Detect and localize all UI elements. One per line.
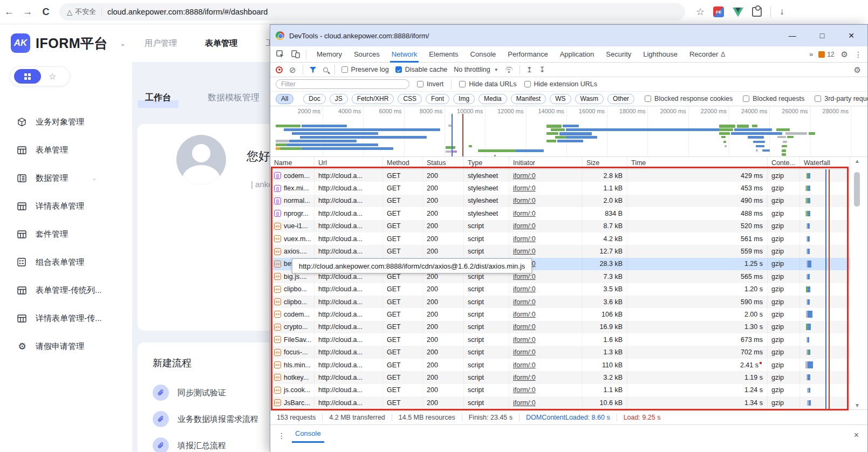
disable-cache-box[interactable] bbox=[395, 66, 402, 73]
filter-input[interactable] bbox=[276, 79, 409, 89]
column-header-name[interactable]: Name bbox=[270, 157, 315, 169]
ak-logo[interactable]: AK bbox=[11, 33, 30, 53]
column-header-type[interactable]: Type bbox=[464, 157, 509, 169]
preserve-log-checkbox[interactable]: Preserve log bbox=[341, 66, 389, 73]
hide-extension-urls-checkbox[interactable]: Hide extension URLs bbox=[524, 80, 597, 88]
initiator-link[interactable]: iform/:0 bbox=[513, 323, 536, 331]
vue-devtools-extension-icon[interactable] bbox=[733, 8, 743, 17]
sidebar-item-数据管理[interactable]: 数据管理⌄ bbox=[0, 164, 132, 192]
tab-security[interactable]: Security bbox=[600, 46, 637, 63]
record-button[interactable] bbox=[276, 66, 283, 73]
drawer-close-icon[interactable]: × bbox=[854, 430, 859, 440]
column-header-waterfall[interactable]: Waterfall bbox=[800, 157, 850, 169]
chip-img[interactable]: Img bbox=[453, 94, 475, 104]
scroll-up-icon[interactable]: ▲ bbox=[855, 158, 860, 164]
initiator-link[interactable]: iform/:0 bbox=[513, 298, 536, 306]
initiator-link[interactable]: iform/:0 bbox=[513, 399, 536, 407]
chip-all[interactable]: All bbox=[276, 94, 293, 104]
checkbox-3rd-party-requests[interactable]: 3rd-party requests bbox=[815, 95, 868, 102]
device-toolbar-icon[interactable] bbox=[290, 49, 302, 60]
preserve-log-box[interactable] bbox=[341, 66, 348, 73]
initiator-link[interactable]: iform/:0 bbox=[513, 361, 536, 369]
forward-icon[interactable]: → bbox=[18, 6, 37, 18]
tab-elements[interactable]: Elements bbox=[423, 46, 464, 63]
fe-extension-icon[interactable]: FE bbox=[713, 6, 724, 17]
sidebar-item-套件管理[interactable]: 套件管理 bbox=[0, 220, 132, 248]
invert-checkbox[interactable]: Invert bbox=[417, 80, 443, 88]
hide-data-urls-checkbox[interactable]: Hide data URLs bbox=[459, 80, 516, 88]
chip-doc[interactable]: Doc bbox=[303, 94, 325, 104]
table-row[interactable]: <>js.cook...http://cloud.a...GET200scrip… bbox=[270, 384, 850, 396]
close-button[interactable]: ✕ bbox=[848, 31, 855, 40]
tab-工作台[interactable]: 工作台 bbox=[138, 88, 179, 108]
sidebar-item-组合表单管理[interactable]: 组合表单管理 bbox=[0, 248, 132, 276]
nav-item-表单管理[interactable]: 表单管理 bbox=[205, 38, 237, 49]
initiator-link[interactable]: iform/:0 bbox=[513, 184, 536, 192]
checkbox-box[interactable] bbox=[815, 95, 821, 102]
table-row[interactable]: <>crypto...http://cloud.a...GET200script… bbox=[270, 321, 850, 333]
column-header-conte[interactable]: Conte... bbox=[768, 157, 800, 169]
table-row[interactable]: {}codem...http://cloud.a...GET200stylesh… bbox=[270, 169, 850, 182]
tab-console[interactable]: Console bbox=[464, 46, 502, 63]
table-row[interactable]: <>FileSav...http://cloud.a...GET200scrip… bbox=[270, 333, 850, 346]
chip-js[interactable]: JS bbox=[330, 94, 348, 104]
drawer-menu-icon[interactable]: ⋮ bbox=[278, 432, 285, 440]
search-icon[interactable] bbox=[323, 67, 328, 72]
tab-performance[interactable]: Performance bbox=[502, 46, 553, 63]
tab-数据模板管理[interactable]: 数据模板管理 bbox=[200, 88, 267, 108]
initiator-link[interactable]: iform/:0 bbox=[513, 273, 536, 280]
view-toggle-pill[interactable]: ☆ bbox=[10, 66, 70, 86]
address-bar[interactable]: △ 不安全 cloud.ankepower.com:8888/iform/#/d… bbox=[59, 3, 685, 20]
initiator-link[interactable]: iform/:0 bbox=[513, 348, 536, 356]
reload-icon[interactable]: C bbox=[37, 6, 55, 18]
tab-console-drawer[interactable]: Console bbox=[292, 429, 324, 443]
sidebar-item-业务对象管理[interactable]: 业务对象管理 bbox=[0, 108, 132, 136]
scrollbar-thumb[interactable] bbox=[854, 172, 860, 207]
network-conditions-icon[interactable] bbox=[505, 67, 513, 73]
settings-gear-icon[interactable]: ⚙ bbox=[841, 50, 848, 59]
filter-funnel-icon[interactable] bbox=[310, 67, 317, 73]
table-row[interactable]: <>vue-i1...http://cloud.a...GET200script… bbox=[270, 220, 850, 232]
nav-item-用户管理[interactable]: 用户管理 bbox=[145, 38, 177, 49]
back-icon[interactable]: ← bbox=[0, 6, 18, 18]
initiator-link[interactable]: iform/:0 bbox=[513, 248, 536, 255]
tab-sources[interactable]: Sources bbox=[348, 46, 386, 63]
url-text[interactable]: cloud.ankepower.com:8888/iform/#/dashboa… bbox=[107, 8, 268, 16]
column-header-method[interactable]: Method bbox=[383, 157, 423, 169]
checkbox-box[interactable] bbox=[645, 95, 651, 102]
tab-network[interactable]: Network bbox=[386, 46, 423, 63]
export-har-icon[interactable]: ↧ bbox=[539, 65, 545, 74]
initiator-link[interactable]: iform/:0 bbox=[513, 311, 536, 318]
chip-ws[interactable]: WS bbox=[550, 94, 571, 104]
chip-css[interactable]: CSS bbox=[398, 94, 422, 104]
initiator-link[interactable]: iform/:0 bbox=[513, 235, 536, 243]
brand-chevron-icon[interactable]: ⌄ bbox=[120, 39, 126, 47]
import-har-icon[interactable]: ↥ bbox=[527, 65, 533, 74]
initiator-link[interactable]: iform/:0 bbox=[513, 374, 536, 381]
tab-recorder[interactable]: RecorderΔ bbox=[684, 46, 731, 63]
column-header-size[interactable]: Size bbox=[583, 157, 627, 169]
table-row[interactable]: {}normal...http://cloud.a...GET200styles… bbox=[270, 195, 850, 207]
extensions-puzzle-icon[interactable] bbox=[752, 7, 762, 17]
table-row[interactable]: {}nprogr...http://cloud.a...GET200styles… bbox=[270, 207, 850, 220]
tab-application[interactable]: Application bbox=[554, 46, 600, 63]
throttling-dropdown[interactable]: No throttling ▼ bbox=[454, 66, 498, 73]
flow-item-同步测试验证[interactable]: 同步测试验证 bbox=[153, 385, 258, 401]
table-row[interactable]: <>hotkey...http://cloud.a...GET200script… bbox=[270, 371, 850, 383]
sidebar-item-详情表单管理[interactable]: 详情表单管理 bbox=[0, 192, 132, 220]
table-row[interactable]: <>clipbo...http://cloud.a...GET200script… bbox=[270, 296, 850, 308]
network-settings-gear-icon[interactable]: ⚙ bbox=[854, 65, 861, 75]
table-row[interactable]: {}flex.mi...http://cloud.a...GET200style… bbox=[270, 182, 850, 194]
table-row[interactable]: <>clipbo...http://cloud.a...GET200script… bbox=[270, 283, 850, 296]
inspect-element-icon[interactable] bbox=[275, 49, 286, 60]
favorites-star-icon[interactable]: ☆ bbox=[49, 71, 56, 81]
devtools-titlebar[interactable]: DevTools - cloud.ankepower.com:8888/ifor… bbox=[270, 25, 867, 46]
sidebar-item-表单管理[interactable]: 表单管理 bbox=[0, 136, 132, 164]
column-header-url[interactable]: Url bbox=[315, 157, 383, 169]
chip-manifest[interactable]: Manifest bbox=[511, 94, 546, 104]
sidebar-item-详情表单管理-传...[interactable]: 详情表单管理-传... bbox=[0, 304, 132, 332]
downloads-icon[interactable]: ↓ bbox=[780, 6, 784, 17]
sidebar-item-请假申请管理[interactable]: ⚙请假申请管理 bbox=[0, 332, 132, 360]
chip-font[interactable]: Font bbox=[426, 94, 449, 104]
table-row[interactable]: <>axios....http://cloud.a...GET200script… bbox=[270, 245, 850, 257]
